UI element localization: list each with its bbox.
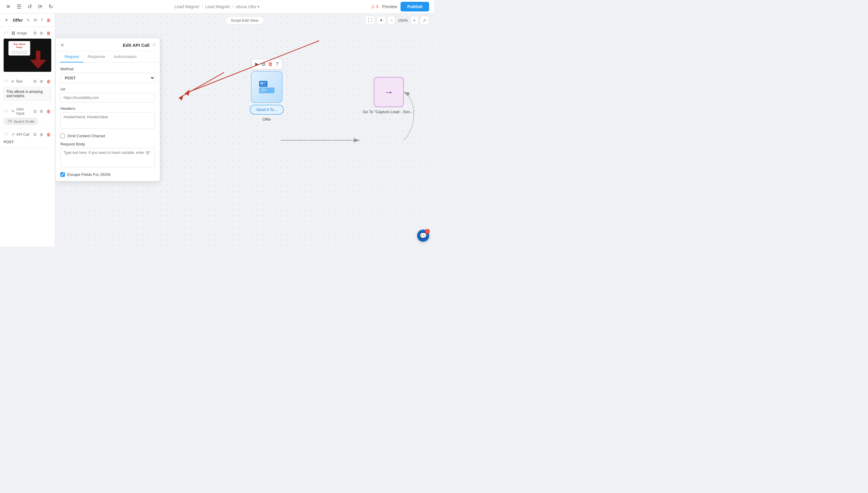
breadcrumb: Lead Magnet / Lead Magnet / eBook Offer … (174, 4, 259, 9)
offer-label: Offer (262, 117, 271, 122)
goto-node[interactable]: → (374, 77, 404, 107)
send-toolbar-help[interactable]: ? (275, 61, 280, 68)
chat-bubble[interactable]: 💬 2 (417, 230, 429, 242)
goto-arrow-icon: → (384, 87, 394, 98)
request-body-input[interactable] (60, 148, 155, 168)
user-input-delete-button[interactable]: 🗑 (46, 108, 51, 115)
text-section-header: ⠿⠿ A Text ⧉ ⚙ 🗑 (4, 78, 51, 84)
publish-button[interactable]: Publish (401, 2, 429, 12)
dialog-close-button[interactable]: ✕ (60, 42, 64, 48)
sidebar-header-actions: ✎ ⧉ ? 🗑 (26, 17, 51, 23)
preview-button[interactable]: Preview (382, 4, 397, 9)
image-icon: 🖼 (12, 31, 15, 35)
sidebar-section-text: ⠿⠿ A Text ⧉ ⚙ 🗑 This eBook is amazing an… (0, 75, 55, 104)
svg-rect-15 (261, 89, 265, 89)
drag-handle-image: ⠿⠿ (4, 31, 8, 35)
image-section-title: ⠿⠿ 🖼 Image (4, 31, 27, 35)
send-it-label: Send It To Me (14, 120, 35, 123)
omit-charset-checkbox[interactable] (60, 134, 65, 138)
edit-api-call-dialog: ✕ Edit API Call ? Request Response Autho… (55, 38, 160, 181)
redo-history-button[interactable]: ⟳ (37, 2, 44, 11)
menu-button[interactable]: ☰ (15, 2, 23, 11)
method-label: Method (60, 67, 155, 71)
sidebar-edit-button[interactable]: ✎ (26, 17, 31, 23)
sidebar-close-button[interactable]: ✕ (4, 17, 9, 24)
url-input[interactable] (60, 93, 155, 103)
dialog-help-button[interactable]: ? (153, 43, 155, 48)
tab-request[interactable]: Request (60, 51, 83, 62)
sidebar-section-api-call: ⠿⠿ ↗ API Call ⧉ ⚙ 🗑 POST: (0, 128, 55, 148)
escape-json-checkbox[interactable] (60, 172, 65, 177)
image-preview: Your eBook Image (4, 39, 51, 72)
text-icon: A (12, 79, 14, 84)
image-delete-button[interactable]: 🗑 (46, 30, 51, 36)
send-it-icon: ⠿⠿ (7, 120, 13, 123)
fit-button[interactable]: ⤢ (420, 16, 429, 24)
canvas: Script Edit View ⛶ ✦ − 150% + ⤢ (55, 14, 434, 246)
send-node-toolbar: ▶ ⧉ 🗑 ? (251, 59, 282, 69)
send-toolbar-play[interactable]: ▶ (254, 61, 260, 68)
send-toolbar-copy[interactable]: ⧉ (261, 61, 266, 68)
close-button[interactable]: ✕ (5, 2, 12, 11)
method-select[interactable]: POST GET PUT DELETE PATCH (60, 73, 155, 83)
api-delete-button[interactable]: 🗑 (46, 131, 51, 137)
api-copy-button[interactable]: ⧉ (33, 131, 37, 137)
text-actions: ⧉ ⚙ 🗑 (33, 78, 51, 84)
request-body-label: Request Body (60, 142, 155, 146)
topbar-right: ⚠ 3 Preview Publish (371, 2, 429, 12)
omit-charset-label[interactable]: Omit Content Charset (67, 134, 105, 138)
text-copy-button[interactable]: ⧉ (33, 78, 37, 84)
send-it-pill[interactable]: Send It To... (250, 105, 284, 115)
headers-field: Headers (60, 106, 155, 130)
sidebar-delete-button[interactable]: 🗑 (46, 17, 51, 23)
user-input-icon: ✎ (12, 109, 15, 113)
image-copy-button[interactable]: ⧉ (33, 30, 37, 36)
user-input-copy-button[interactable]: ⧉ (33, 108, 37, 115)
image-settings-button[interactable]: ⚙ (39, 30, 44, 36)
breadcrumb-part2: Lead Magnet (205, 4, 230, 9)
svg-rect-0 (36, 51, 40, 61)
tab-response[interactable]: Response (83, 51, 110, 62)
text-settings-button[interactable]: ⚙ (39, 78, 44, 84)
tab-authorization[interactable]: Authorization (110, 51, 141, 62)
breadcrumb-sep1: / (201, 4, 203, 9)
undo-button[interactable]: ↺ (26, 2, 33, 11)
escape-json-label[interactable]: Escape Fields For JSON (67, 172, 110, 177)
alert-count: 3 (376, 4, 379, 9)
sidebar-help-button[interactable]: ? (40, 17, 43, 23)
sidebar-copy-button[interactable]: ⧉ (33, 17, 38, 23)
sidebar-section-user-input: ⠿⠿ ✎ User Input ⧉ ⚙ 🗑 ⠿⠿ Send It To Me (0, 104, 55, 128)
sidebar: ✕ Offer ✎ ⧉ ? 🗑 ⠿⠿ 🖼 Image ⧉ ⚙ 🗑 (0, 14, 55, 246)
goto-node-label: Go To "Capture Lead - Sen..." (363, 109, 415, 114)
zoom-out-button[interactable]: − (387, 16, 395, 24)
image-section-header: ⠿⠿ 🖼 Image ⧉ ⚙ 🗑 (4, 30, 51, 36)
user-input-actions: ⧉ ⚙ 🗑 (33, 108, 51, 115)
api-settings-button[interactable]: ⚙ (39, 131, 44, 137)
fullscreen-button[interactable]: ⛶ (365, 16, 375, 24)
send-toolbar-delete[interactable]: 🗑 (267, 61, 274, 68)
ebook-card: Your eBook Image (8, 41, 30, 56)
main-layout: ✕ Offer ✎ ⧉ ? 🗑 ⠿⠿ 🖼 Image ⧉ ⚙ 🗑 (0, 14, 434, 246)
sidebar-header: ✕ Offer ✎ ⧉ ? 🗑 (0, 14, 55, 27)
zoom-in-button[interactable]: + (410, 16, 418, 24)
svg-marker-8 (185, 90, 190, 95)
sidebar-title: Offer (13, 18, 23, 23)
send-it-node[interactable] (251, 71, 283, 103)
svg-rect-12 (264, 83, 266, 84)
api-method-preview: POST: (4, 140, 51, 144)
text-section-title: ⠿⠿ A Text (4, 79, 22, 84)
headers-input[interactable] (60, 112, 155, 129)
ebook-line1: Your eBook (11, 43, 28, 46)
dialog-body: Method POST GET PUT DELETE PATCH Url Hea… (55, 62, 160, 181)
user-input-settings-button[interactable]: ⚙ (39, 108, 44, 115)
api-call-icon: ↗ (12, 132, 15, 137)
text-delete-button[interactable]: 🗑 (46, 78, 51, 84)
canvas-controls: ⛶ ✦ − 150% + ⤢ (365, 16, 429, 24)
magic-button[interactable]: ✦ (377, 16, 386, 24)
breadcrumb-dropdown[interactable]: eBook Offer ▾ (236, 4, 260, 9)
redo-button[interactable]: ↻ (47, 2, 54, 11)
breadcrumb-part1: Lead Magnet (174, 4, 199, 9)
svg-rect-10 (260, 82, 263, 84)
svg-marker-1 (30, 60, 46, 69)
zoom-level: 150% (397, 18, 409, 23)
